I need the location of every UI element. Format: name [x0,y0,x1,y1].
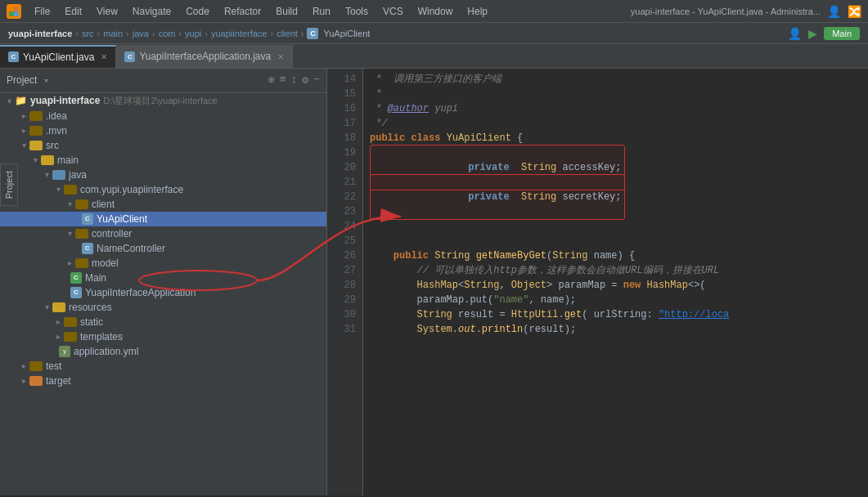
sidebar-dropdown[interactable]: ▾ [43,75,49,86]
tree-client[interactable]: ▾ client [0,197,326,212]
breadcrumb-client[interactable]: client [277,29,298,38]
yuapiapp-label: YuapiInterfaceApplication [85,287,196,298]
tree-model[interactable]: ▸ model [0,256,326,271]
sidebar-title: Project [7,74,37,86]
tree-applicationyml[interactable]: y application.yml [0,344,326,359]
equalizer-icon[interactable]: ≡ [280,74,286,87]
yuapiclient-class-icon: C [82,213,93,225]
main-class-icon: C [70,272,82,284]
tree-yuapiapp[interactable]: C YuapiInterfaceApplication [0,285,326,300]
project-side-tab[interactable]: Project [0,163,18,206]
arrow-icon[interactable]: ▶ [808,27,817,40]
tree-test[interactable]: ▸ test [0,359,326,374]
static-folder-icon [64,317,77,327]
menu-window[interactable]: Window [412,4,460,19]
idea-label: .idea [46,110,67,122]
line-num-29: 29 [327,293,362,307]
static-label: static [80,316,103,328]
model-arrow: ▸ [64,258,75,267]
svg-rect-3 [14,7,19,11]
tree-static[interactable]: ▸ static [0,315,326,329]
code-line-24 [370,219,861,234]
tab-close-button[interactable]: ✕ [101,52,107,61]
tree-target[interactable]: ▸ target [0,374,326,388]
user-icon[interactable]: 👤 [827,5,841,18]
tab-close-button2[interactable]: ✕ [277,52,284,61]
line-num-26: 26 [327,248,362,263]
breadcrumb-com[interactable]: com [159,29,176,38]
tree-main[interactable]: ▾ main [0,153,326,168]
breadcrumb-java[interactable]: java [133,29,149,38]
tree-yuapiclient[interactable]: C YuApiClient [0,212,326,226]
line-num-15: 15 [327,87,362,101]
run-button[interactable]: Main [824,27,860,40]
profile-icon[interactable]: 👤 [788,27,802,40]
editor-area: 14 15 16 17 18 19 20 21 22 23 24 25 26 2… [327,69,868,495]
code-line-29: paramMap.put("name", name); [370,293,861,307]
menu-help[interactable]: Help [461,4,494,19]
tree-package[interactable]: ▾ com.yupi.yuapiinterface [0,182,326,197]
svg-rect-2 [9,11,14,16]
menu-code[interactable]: Code [179,4,216,19]
menu-refactor[interactable]: Refactor [218,4,268,19]
tree-controller[interactable]: ▾ controller [0,226,326,241]
breadcrumb-actions: 👤 ▶ Main [788,27,860,40]
package-folder-icon [64,185,77,195]
sidebar-icons: ⊕ ≡ ↕ ⚙ − [268,74,320,87]
breadcrumb-root[interactable]: yuapi-interface [8,29,72,38]
menu-run[interactable]: Run [306,4,337,19]
tree-idea[interactable]: ▸ .idea [0,109,326,123]
menu-navigate[interactable]: Navigate [126,4,178,19]
controller-arrow: ▾ [64,229,75,238]
tab-bar: C YuApiClient.java ✕ C YuapiInterfaceApp… [0,44,868,69]
tree-src[interactable]: ▾ src [0,138,326,153]
gear-icon[interactable]: ⚙ [302,74,308,87]
model-folder-icon [75,258,88,268]
line-num-24: 24 [327,219,362,234]
root-folder-icon: 📁 [15,95,27,106]
code-editor[interactable]: * 调用第三方接口的客户端 * * @author yupi */ public… [363,69,868,495]
tab-yuapiapp[interactable]: C YuapiInterfaceApplication.java ✕ [116,45,293,68]
sort-icon[interactable]: ↕ [291,74,298,87]
tab-class-icon: C [8,51,19,62]
menu-edit[interactable]: Edit [58,4,88,19]
tree-namecontroller[interactable]: C NameController [0,241,326,256]
tree-resources[interactable]: ▾ resources [0,300,326,315]
client-folder-icon [75,199,88,209]
java-label: java [69,169,87,181]
controller-label: controller [92,228,132,240]
vcs-icon[interactable]: 🔀 [848,5,861,18]
main-label: main [57,154,79,166]
main-folder-icon [41,155,54,165]
breadcrumb-src[interactable]: src [82,29,94,38]
menu-build[interactable]: Build [269,4,304,19]
menu-vcs[interactable]: VCS [376,4,410,19]
code-content: 14 15 16 17 18 19 20 21 22 23 24 25 26 2… [327,69,868,495]
locate-icon[interactable]: ⊕ [268,74,275,87]
tree-main-class[interactable]: C Main [0,271,326,285]
tab-yuapiclient[interactable]: C YuApiClient.java ✕ [0,45,116,68]
menu-view[interactable]: View [90,4,124,19]
line-num-25: 25 [327,234,362,248]
line-num-17: 17 [327,116,362,131]
yuapiapp-class-icon: C [70,287,82,298]
file-tree: ▾ 📁 yuapi-interface D:\星球项目2\yuapi-inter… [0,93,326,495]
templates-label: templates [80,331,123,343]
line-num-20: 20 [327,160,362,175]
breadcrumb-yupi[interactable]: yupi [185,29,201,38]
package-label: com.yupi.yuapiinterface [80,184,183,195]
breadcrumb-main[interactable]: main [103,29,123,38]
minimize-icon[interactable]: − [313,74,320,87]
tree-root[interactable]: ▾ 📁 yuapi-interface D:\星球项目2\yuapi-inter… [0,93,326,109]
menu-bar: File Edit View Navigate Code Refactor Bu… [0,0,868,23]
line-num-30: 30 [327,307,362,322]
line-num-18: 18 [327,131,362,146]
tree-mvn[interactable]: ▸ .mvn [0,123,326,138]
menu-tools[interactable]: Tools [339,4,375,19]
tree-java[interactable]: ▾ java [0,168,326,182]
tree-templates[interactable]: ▸ templates [0,329,326,344]
static-arrow: ▸ [52,317,64,326]
menu-file[interactable]: File [28,4,56,19]
breadcrumb-yuapiinterface[interactable]: yuapiinterface [211,29,268,38]
class-icon: C [307,28,318,39]
